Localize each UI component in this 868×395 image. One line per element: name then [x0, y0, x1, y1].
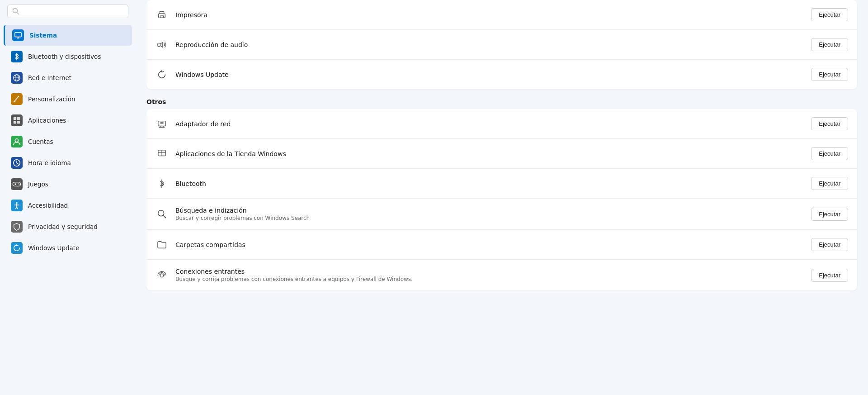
bluetooth-item-icon	[156, 177, 168, 190]
update-icon	[11, 242, 23, 254]
bluetooth-icon	[11, 51, 23, 62]
clock-icon	[11, 157, 23, 169]
sidebar-item-winupdate[interactable]: Windows Update	[4, 238, 132, 258]
sidebar-item-label: Aplicaciones	[28, 117, 66, 124]
audio-icon	[156, 38, 168, 51]
ejecutar-button-audio[interactable]: Ejecutar	[811, 38, 848, 51]
sidebar-item-label: Hora e idioma	[28, 159, 71, 167]
item-content: Búsqueda e indización Buscar y corregir …	[175, 207, 804, 221]
ejecutar-button-adaptador-red[interactable]: Ejecutar	[811, 117, 848, 130]
section-otros: Adaptador de red Ejecutar Aplicaciones d…	[146, 109, 857, 290]
item-desc: Buscar y corregir problemas con Windows …	[175, 215, 804, 221]
item-title: Aplicaciones de la Tienda Windows	[175, 150, 804, 157]
sidebar-item-aplicaciones[interactable]: Aplicaciones	[4, 110, 132, 131]
troubleshooter-item-carpetas: Carpetas compartidas Ejecutar	[146, 230, 857, 260]
item-title: Impresora	[175, 11, 804, 19]
item-content: Impresora	[175, 11, 804, 19]
item-title: Adaptador de red	[175, 120, 804, 128]
item-content: Carpetas compartidas	[175, 241, 804, 248]
section-header-otros: Otros	[136, 89, 868, 109]
svg-line-23	[17, 207, 18, 209]
svg-rect-10	[14, 121, 16, 124]
brush-icon	[11, 93, 23, 105]
svg-line-39	[163, 215, 165, 218]
sidebar-item-label: Cuentas	[28, 138, 53, 145]
ejecutar-button-impresora[interactable]: Ejecutar	[811, 8, 848, 21]
svg-rect-8	[14, 117, 16, 120]
sidebar-item-sistema[interactable]: Sistema	[4, 25, 132, 46]
troubleshooter-item-conexiones: Conexiones entrantes Busque y corrija pr…	[146, 260, 857, 290]
ejecutar-button-carpetas[interactable]: Ejecutar	[811, 238, 848, 251]
ejecutar-button-apps-tienda[interactable]: Ejecutar	[811, 147, 848, 160]
item-title: Búsqueda e indización	[175, 207, 804, 214]
troubleshooter-item-bluetooth: Bluetooth Ejecutar	[146, 169, 857, 199]
svg-point-18	[19, 184, 19, 185]
troubleshooter-item-audio: Reproducción de audio Ejecutar	[146, 30, 857, 60]
item-content: Adaptador de red	[175, 120, 804, 128]
item-content: Windows Update	[175, 71, 804, 78]
sidebar-item-label: Personalización	[28, 95, 75, 103]
svg-rect-11	[17, 121, 20, 124]
item-title: Reproducción de audio	[175, 41, 804, 48]
windows-update-icon	[156, 68, 168, 81]
sidebar-item-label: Accesibilidad	[28, 202, 68, 209]
troubleshooter-item-busqueda: Búsqueda e indización Buscar y corregir …	[146, 199, 857, 230]
network-icon	[11, 72, 23, 84]
sidebar-item-accesibilidad[interactable]: Accesibilidad	[4, 195, 132, 216]
sidebar-item-red[interactable]: Red e Internet	[4, 67, 132, 88]
accessibility-icon	[11, 200, 23, 211]
troubleshooter-item-apps-tienda: Aplicaciones de la Tienda Windows Ejecut…	[146, 139, 857, 169]
sidebar-item-label: Juegos	[28, 181, 48, 188]
troubleshooter-item-impresora: Impresora Ejecutar	[146, 0, 857, 30]
sidebar-item-label: Windows Update	[28, 244, 79, 252]
search-box[interactable]	[7, 5, 128, 18]
search-input[interactable]	[23, 8, 123, 15]
svg-rect-9	[17, 117, 20, 120]
sidebar: Sistema Bluetooth y dispositivos Red e I…	[0, 0, 136, 395]
item-content: Reproducción de audio	[175, 41, 804, 48]
apps-icon	[11, 114, 23, 126]
troubleshooter-item-windows-update: Windows Update Ejecutar	[146, 60, 857, 89]
search-item-icon	[156, 208, 168, 220]
svg-point-40	[160, 274, 163, 277]
item-desc: Busque y corrija problemas con conexione…	[175, 276, 804, 282]
store-icon	[156, 148, 168, 160]
sidebar-item-label: Privacidad y seguridad	[28, 223, 98, 230]
sidebar-item-personalizacion[interactable]: Personalización	[4, 89, 132, 109]
ejecutar-button-windows-update[interactable]: Ejecutar	[811, 68, 848, 81]
incoming-icon	[156, 269, 168, 281]
svg-rect-14	[13, 182, 21, 186]
svg-point-17	[18, 183, 19, 184]
section-top-items: Impresora Ejecutar Reproducción de audio…	[146, 0, 857, 89]
printer-icon	[156, 9, 168, 21]
sidebar-item-cuentas[interactable]: Cuentas	[4, 131, 132, 152]
item-content: Aplicaciones de la Tienda Windows	[175, 150, 804, 157]
folder-icon	[156, 238, 168, 251]
sidebar-item-juegos[interactable]: Juegos	[4, 174, 132, 195]
sidebar-item-label: Sistema	[29, 32, 57, 39]
item-content: Conexiones entrantes Busque y corrija pr…	[175, 268, 804, 282]
sidebar-item-label: Bluetooth y dispositivos	[28, 53, 101, 60]
troubleshooter-item-adaptador-red: Adaptador de red Ejecutar	[146, 109, 857, 139]
item-title: Carpetas compartidas	[175, 241, 804, 248]
ejecutar-button-conexiones[interactable]: Ejecutar	[811, 269, 848, 282]
shield-icon	[11, 221, 23, 233]
item-title: Windows Update	[175, 71, 804, 78]
sidebar-item-hora[interactable]: Hora e idioma	[4, 152, 132, 173]
main-sections: Impresora Ejecutar Reproducción de audio…	[136, 0, 868, 290]
sidebar-item-bluetooth[interactable]: Bluetooth y dispositivos	[4, 46, 132, 67]
item-content: Bluetooth	[175, 180, 804, 187]
monitor-icon	[12, 29, 24, 41]
svg-rect-2	[15, 33, 21, 37]
sidebar-item-privacidad[interactable]: Privacidad y seguridad	[4, 216, 132, 237]
nav-list: Sistema Bluetooth y dispositivos Red e I…	[0, 24, 136, 259]
item-title: Conexiones entrantes	[175, 268, 804, 275]
ejecutar-button-bluetooth[interactable]: Ejecutar	[811, 177, 848, 190]
network-adapter-icon	[156, 118, 168, 130]
item-title: Bluetooth	[175, 180, 804, 187]
svg-point-19	[16, 202, 18, 204]
svg-rect-27	[158, 43, 160, 46]
svg-point-12	[15, 139, 18, 142]
ejecutar-button-busqueda[interactable]: Ejecutar	[811, 208, 848, 221]
main-content: Impresora Ejecutar Reproducción de audio…	[136, 0, 868, 395]
